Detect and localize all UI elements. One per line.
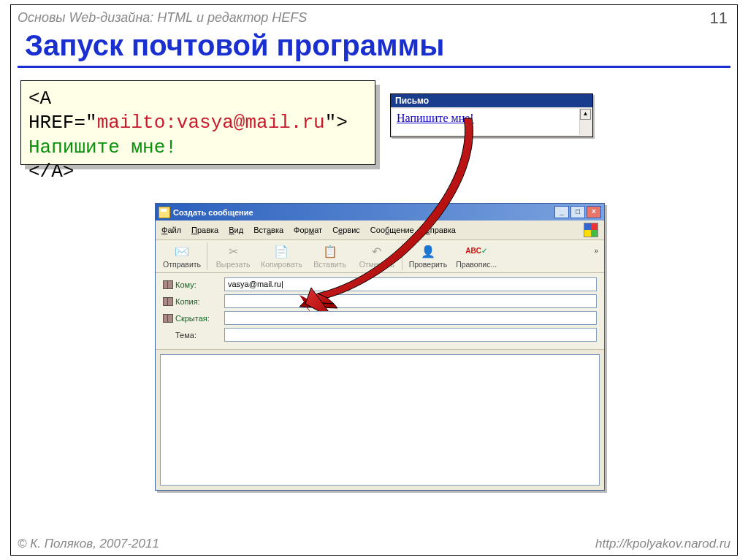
send-label: Отправить <box>163 260 201 269</box>
preview-titlebar: Письмо <box>391 94 592 107</box>
address-book-icon <box>163 297 173 306</box>
windows-logo-icon <box>584 223 598 237</box>
code-tag-open-post: "> <box>325 112 348 134</box>
window-buttons: _ □ × <box>554 206 601 218</box>
code-link-text: Напишите мне! <box>28 137 177 158</box>
mail-titlebar: Создать сообщение _ □ × <box>156 204 604 220</box>
code-box: <A HREF="mailto:vasya@mail.ru"> Напишите… <box>20 80 375 165</box>
mail-menubar: ФФайлайл Правка Вид Вставка Формат Серви… <box>156 220 604 240</box>
copy-button[interactable]: 📄 Копировать <box>256 242 307 270</box>
mail-toolbar: ✉️ Отправить ✂ Вырезать 📄 Копировать 📋 В… <box>156 240 604 273</box>
title-underline <box>18 66 730 68</box>
menu-message[interactable]: Сообщение <box>370 226 414 234</box>
bcc-label[interactable]: Скрытая: <box>163 314 218 323</box>
scroll-up-icon[interactable]: ▲ <box>580 109 591 120</box>
toolbar-overflow-icon[interactable]: » <box>592 242 601 270</box>
undo-button[interactable]: ↶ Отменить <box>354 242 402 270</box>
cut-button[interactable]: ✂ Вырезать <box>210 242 256 270</box>
check-button[interactable]: 👤 Проверить <box>405 242 452 270</box>
bcc-field[interactable] <box>224 311 597 325</box>
menu-edit[interactable]: Правка <box>191 226 218 234</box>
scissors-icon: ✂ <box>224 244 242 258</box>
address-book-icon <box>163 280 173 289</box>
paste-button[interactable]: 📋 Вставить <box>307 242 354 270</box>
envelope-icon: ✉️ <box>173 244 191 258</box>
copy-icon: 📄 <box>272 244 290 258</box>
spelling-button[interactable]: ABC✓ Правопис... <box>451 242 501 270</box>
subject-field[interactable] <box>224 328 597 342</box>
slide-title: Запуск почтовой программы <box>25 29 444 62</box>
close-button[interactable]: × <box>587 206 601 218</box>
preview-mailto-link[interactable]: Напишите мне! <box>397 112 474 124</box>
undo-label: Отменить <box>359 260 394 269</box>
paste-label: Вставить <box>313 260 346 269</box>
minimize-button[interactable]: _ <box>554 206 569 218</box>
menu-help[interactable]: Справка <box>424 226 456 234</box>
abc-check-icon: ABC✓ <box>468 244 485 258</box>
address-book-icon <box>163 314 173 323</box>
address-block: Кому: vasya@mail.ru| Копия: Скрытая: Тем… <box>156 273 604 350</box>
menu-file[interactable]: ФФайлайл <box>161 226 181 234</box>
footer-url: http://kpolyakov.narod.ru <box>595 537 730 551</box>
preview-scrollbar[interactable]: ▲ <box>579 109 591 135</box>
mail-app-icon <box>159 207 170 218</box>
cut-label: Вырезать <box>216 260 251 269</box>
clipboard-icon: 📋 <box>321 244 339 258</box>
subject-label: Тема: <box>163 331 218 340</box>
undo-icon: ↶ <box>368 244 386 258</box>
code-tag-open-pre: <A HREF=" <box>28 88 97 134</box>
mail-client-window: Создать сообщение _ □ × ФФайлайл Правка … <box>155 203 605 491</box>
check-label: Проверить <box>409 260 448 269</box>
to-field[interactable]: vasya@mail.ru| <box>224 277 597 291</box>
mail-window-title: Создать сообщение <box>173 208 253 217</box>
send-button[interactable]: ✉️ Отправить <box>159 242 207 270</box>
footer-copyright: © К. Поляков, 2007-2011 <box>18 537 159 551</box>
person-check-icon: 👤 <box>419 244 437 258</box>
slide-header: Основы Web-дизайна: HTML и редактор HEFS <box>18 10 307 26</box>
mail-body-editor[interactable] <box>160 354 600 486</box>
menu-insert[interactable]: Вставка <box>253 226 283 234</box>
page-number: 11 <box>710 9 728 28</box>
code-tag-close: </A> <box>28 161 74 183</box>
preview-body: Напишите мне! ▲ <box>392 109 591 135</box>
code-href-value: mailto:vasya@mail.ru <box>97 112 325 134</box>
maximize-button[interactable]: □ <box>570 206 585 218</box>
menu-view[interactable]: Вид <box>229 226 243 234</box>
cc-label[interactable]: Копия: <box>163 297 218 306</box>
to-label[interactable]: Кому: <box>163 280 218 289</box>
menu-tools[interactable]: Сервис <box>332 226 360 234</box>
menu-format[interactable]: Формат <box>294 226 322 234</box>
spelling-label: Правопис... <box>456 260 497 269</box>
cc-field[interactable] <box>224 294 597 308</box>
browser-preview: Письмо Напишите мне! ▲ <box>390 93 593 137</box>
copy-label: Копировать <box>261 260 302 269</box>
